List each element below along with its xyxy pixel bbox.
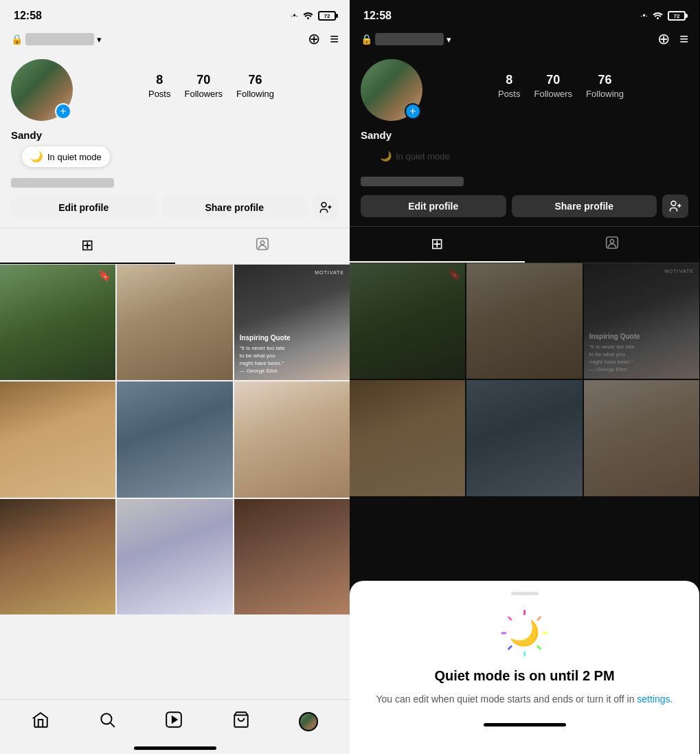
- nav-icons: ⊕ ≡: [308, 30, 339, 48]
- svg-marker-8: [172, 716, 177, 722]
- quote-title: Inspiring Quote: [240, 334, 344, 342]
- lock-icon: 🔒: [11, 34, 23, 45]
- photo-grid: 🔖 MOTIVATE Inspiring Quote "It is never …: [0, 265, 350, 614]
- grid-icon: ⊞: [81, 236, 93, 254]
- quiet-mode-pill[interactable]: 🌙 In quiet mode: [22, 146, 110, 167]
- battery-icon-right: 72: [668, 11, 686, 21]
- top-nav-left: 🔒 ▾ ⊕ ≡: [0, 27, 350, 54]
- action-buttons: Edit profile Share profile: [0, 196, 350, 228]
- action-buttons-right: Edit profile Share profile: [350, 195, 699, 226]
- bio-blur-right: [361, 177, 464, 186]
- edit-profile-button-right: Edit profile: [361, 195, 506, 217]
- grid-cell-r6: [584, 380, 699, 496]
- tagged-tab-right: [525, 227, 700, 263]
- tagged-tab[interactable]: [175, 228, 350, 264]
- grid-cell-r5: [466, 380, 582, 496]
- status-icons-left: ·•· 72: [291, 10, 336, 22]
- lock-icon-right: 🔒: [361, 34, 372, 45]
- stats-row: 8 Posts 70 Followers 76 Following: [84, 59, 339, 100]
- status-icons-right: ·•· 72: [640, 10, 686, 22]
- sheet-description: You can edit when quiet mode starts and …: [366, 692, 683, 707]
- search-tab-icon[interactable]: [98, 711, 116, 733]
- grid-cell-2[interactable]: [117, 265, 232, 380]
- posts-stat-right: 8 Posts: [498, 73, 521, 100]
- grid-cell-1[interactable]: 🔖: [0, 265, 115, 380]
- grid-cell-3[interactable]: MOTIVATE Inspiring Quote "It is never to…: [234, 265, 350, 380]
- quiet-moon-icon-right: 🌙: [380, 151, 392, 162]
- add-friend-button-right: [662, 195, 688, 218]
- shop-tab-icon[interactable]: [232, 711, 250, 733]
- following-label-right: Following: [586, 89, 624, 99]
- status-bar-right: 12:58 ·•· 72: [350, 0, 699, 27]
- add-to-story-button[interactable]: +: [55, 103, 71, 120]
- left-panel: 12:58 ·•· 72 🔒 ▾ ⊕ ≡ + 8: [0, 0, 350, 754]
- bottom-nav-left: [0, 699, 350, 754]
- followers-stat-right: 70 Followers: [534, 73, 572, 100]
- add-friend-button[interactable]: [313, 196, 339, 219]
- edit-profile-button[interactable]: Edit profile: [11, 197, 157, 219]
- quote-overlay: MOTIVATE Inspiring Quote "It is never to…: [234, 265, 350, 380]
- profile-section-left: + 8 Posts 70 Followers 76 Following: [0, 54, 350, 129]
- grid-cell-9[interactable]: [234, 499, 350, 614]
- chevron-icon-right: ▾: [447, 34, 451, 45]
- settings-link[interactable]: settings.: [637, 694, 673, 705]
- quote-body-right: "It is never too lateto be what youmight…: [589, 343, 694, 374]
- sheet-icon-wrap: 🌙: [501, 609, 549, 657]
- right-panel: 12:58 ·•· 72 🔒 ▾ ⊕ ≡ + 8: [350, 0, 699, 754]
- wifi-icon-right: [652, 10, 664, 22]
- quote-brand-right: MOTIVATE: [664, 269, 694, 274]
- username-row[interactable]: 🔒 ▾: [11, 33, 102, 45]
- avatar-wrap[interactable]: +: [11, 59, 73, 121]
- following-stat-right: 76 Following: [586, 73, 624, 100]
- share-profile-button[interactable]: Share profile: [162, 197, 308, 219]
- grid-cell-7[interactable]: [0, 499, 115, 614]
- sheet-desc-text: You can edit when quiet mode starts and …: [376, 694, 635, 705]
- grid-cell-r4: [350, 380, 465, 496]
- stats-row-right: 8 Posts 70 Followers 76 Following: [433, 59, 688, 100]
- nav-icons-right: ⊕ ≡: [657, 30, 688, 48]
- quote-body: "It is never too lateto be what youmight…: [240, 344, 344, 375]
- grid-cell-6[interactable]: [234, 381, 350, 497]
- reels-tab-icon[interactable]: [165, 711, 183, 733]
- profile-name-right: Sandy: [350, 129, 699, 144]
- following-stat[interactable]: 76 Following: [236, 73, 274, 100]
- following-count: 76: [236, 73, 274, 87]
- quiet-mode-label-right: In quiet mode: [396, 151, 450, 162]
- svg-line-6: [111, 722, 115, 727]
- grid-tab-right: ⊞: [350, 227, 525, 263]
- followers-label-right: Followers: [534, 89, 572, 99]
- posts-stat[interactable]: 8 Posts: [148, 73, 171, 100]
- posts-label: Posts: [148, 89, 171, 99]
- quiet-mode-dim-pill: 🌙 In quiet mode: [372, 146, 458, 166]
- grid-cell-8[interactable]: [117, 499, 232, 614]
- grid-icon-right: ⊞: [431, 235, 443, 253]
- menu-icon[interactable]: ≡: [330, 30, 339, 48]
- tagged-icon-right: [605, 235, 620, 254]
- sheet-title: Quiet mode is on until 2 PM: [366, 668, 683, 684]
- sheet-handle: [511, 592, 539, 595]
- time-right: 12:58: [363, 10, 392, 22]
- grid-cell-5[interactable]: [117, 381, 232, 497]
- followers-stat[interactable]: 70 Followers: [184, 73, 223, 100]
- add-post-icon[interactable]: ⊕: [308, 30, 320, 48]
- posts-count: 8: [148, 73, 171, 87]
- followers-label: Followers: [184, 89, 223, 99]
- signal-icon: ·•·: [291, 11, 298, 21]
- following-count-right: 76: [586, 73, 624, 87]
- followers-count: 70: [184, 73, 223, 87]
- home-tab-icon[interactable]: [32, 711, 49, 733]
- quiet-mode-label: In quiet mode: [47, 152, 102, 162]
- home-indicator-left: [134, 746, 216, 750]
- profile-nav-avatar[interactable]: [299, 712, 318, 731]
- quiet-mode-bottom-sheet: 🌙 Quiet mode is on until 2 PM You can ed…: [350, 581, 699, 754]
- bookmark-icon-1: 🔖: [98, 269, 111, 282]
- quiet-mode-container: 🌙 In quiet mode: [0, 144, 350, 175]
- following-label: Following: [236, 89, 274, 99]
- profile-name-left: Sandy: [0, 129, 350, 144]
- chevron-down-icon[interactable]: ▾: [97, 34, 102, 45]
- quote-overlay-right: MOTIVATE Inspiring Quote "It is never to…: [584, 263, 699, 379]
- grid-cell-4[interactable]: [0, 381, 115, 497]
- home-indicator-sheet: [484, 723, 566, 727]
- grid-tab[interactable]: ⊞: [0, 228, 175, 264]
- tagged-icon: [255, 236, 270, 256]
